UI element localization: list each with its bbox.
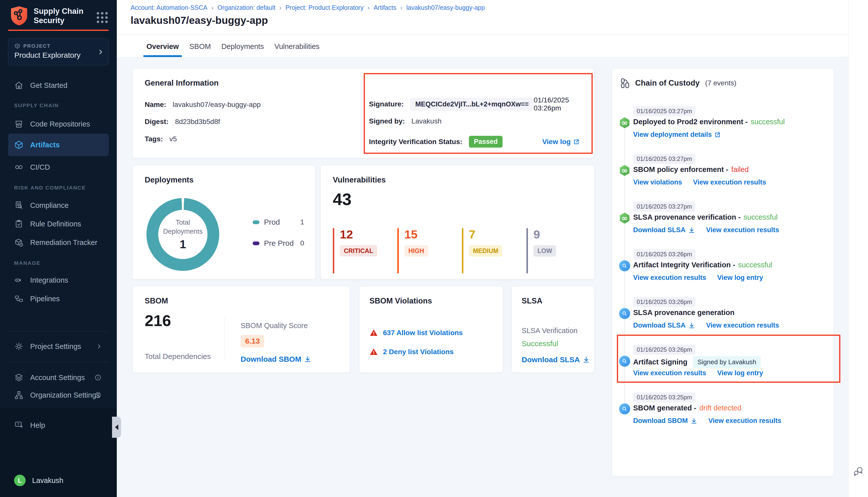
view-log-link[interactable]: View log [542,138,580,146]
sidebar-item-artifacts[interactable]: Artifacts [8,133,109,156]
download-slsa-link[interactable]: Download SLSA [633,226,695,234]
sidebar-footer: ? Help L Lavakush [0,408,117,497]
view-execution-results-link[interactable]: View execution results [633,274,706,282]
tab-vulnerabilities[interactable]: Vulnerabilities [271,38,322,57]
event-count: (7 events) [705,79,737,87]
coc-event-slsa-verification: 01/16/2025 03:27pm ∞ SLSA provenance ver… [612,201,834,249]
signed-by-row: Signed by: Lavakush [369,117,580,125]
sidebar-item-project-settings[interactable]: Project Settings [8,339,109,353]
sidebar-item-help[interactable]: ? Help [8,418,109,432]
download-slsa-link[interactable]: Download SLSA [633,322,695,329]
sidebar-item-label: Integrations [30,276,68,284]
coc-event-sbom-policy: 01/16/2025 03:27pm ∞ SBOM policy enforce… [612,154,834,201]
sidebar-item-cicd[interactable]: CI/CD [8,160,109,174]
event-status: successful [738,261,772,269]
cube-tag-icon [14,238,24,247]
tab-deployments[interactable]: Deployments [218,38,267,57]
legend-item-prod: Prod 1 [253,218,304,227]
breadcrumb-organization[interactable]: Organization: default [218,4,276,11]
view-log-entry-link[interactable]: View log entry [717,274,763,282]
breadcrumb-artifacts[interactable]: Artifacts [374,4,396,11]
signature-value[interactable]: MEQCICde2VjIT...bL+2+mqnOXw== [410,98,534,111]
search-icon [621,311,628,316]
external-link-icon [714,131,721,138]
quality-score-value: 6.13 [241,335,264,347]
chat-icon[interactable] [852,466,865,478]
chevron-right-icon [98,48,103,56]
download-slsa-link[interactable]: Download SLSA [522,355,590,364]
view-execution-results-link[interactable]: View execution results [706,322,779,329]
severity-count: 15 [404,228,448,241]
sbom-total-label: Total Dependencies [145,352,211,361]
event-timestamp: 01/16/2025 03:26pm [633,249,696,259]
event-timestamp: 01/16/2025 03:26pm [633,345,696,355]
view-deployment-details-link[interactable]: View deployment details [633,131,721,139]
tab-overview[interactable]: Overview [143,38,182,57]
severity-badge: MEDIUM [469,245,502,257]
event-status: failed [731,166,749,174]
view-execution-results-link[interactable]: View execution results [633,369,706,377]
view-log-entry-link[interactable]: View log entry [717,369,763,377]
event-title: SBOM policy enforcement - [633,166,728,174]
tab-sbom[interactable]: SBOM [186,38,214,57]
avatar: L [14,475,26,486]
severity-badge: HIGH [404,245,428,257]
download-icon [304,355,311,363]
legend-label: Prod [264,218,280,226]
allow-list-violations-link[interactable]: 637 Allow list Violations [383,329,463,337]
breadcrumb: Account: Automation-SSCA› Organization: … [130,4,485,11]
download-sbom-link[interactable]: Download SBOM [241,355,311,364]
warning-icon [369,347,378,356]
breadcrumb-separator: › [211,4,213,11]
card-title: Deployments [145,175,194,184]
breadcrumb-account[interactable]: Account: Automation-SSCA [130,4,208,11]
coc-event-slsa-generation: 01/16/2025 03:26pm SLSA provenance gener… [612,297,834,345]
app-switcher-grid-icon[interactable] [97,12,108,23]
signature-timestamp: 01/16/2025 03:26pm [534,96,580,112]
layers-icon [14,373,24,382]
app-title: Supply ChainSecurity [34,6,83,25]
sidebar-item-label: Pipelines [30,295,60,303]
severity-low: 9 LOW [527,228,577,273]
user-menu[interactable]: L Lavakush [8,473,109,487]
event-title: SLSA provenance verification - [633,213,741,222]
project-selector[interactable]: PROJECT Product Exploratory [8,38,109,65]
field-digest: Digest: 8d23bd3b5d8f [145,118,220,126]
sidebar-item-rule-definitions[interactable]: Rule Definitions [8,217,109,231]
view-execution-results-link[interactable]: View execution results [706,226,779,234]
deployments-legend: Prod 1 Pre Prod 0 [253,218,304,248]
view-execution-results-link[interactable]: View execution results [709,417,782,425]
download-sbom-link[interactable]: Download SBOM [633,417,698,425]
breadcrumb-current[interactable]: lavakush07/easy-buggy-app [406,4,485,11]
sidebar-item-get-started[interactable]: Get Started [8,78,109,93]
download-icon [688,322,695,329]
sidebar-collapse-handle[interactable] [112,417,121,438]
info-icon [94,391,102,399]
cube-icon [14,140,24,150]
vulnerabilities-card: Vulnerabilities 43 12 CRITICAL 15 HIGH 7… [321,165,594,279]
deny-list-violations-row: 2 Deny list Violations [369,347,463,356]
sidebar-item-account-settings[interactable]: Account Settings [8,370,109,385]
code-repo-icon [14,119,24,129]
sidebar-item-code-repositories[interactable]: Code Repositories [8,117,109,131]
breadcrumb-project[interactable]: Project: Product Exploratory [285,4,363,11]
sidebar-section-manage: MANAGE [14,260,40,266]
deployments-card: Deployments Total Deployments 1 Prod 1 P… [132,165,316,279]
sidebar-item-organization-settings[interactable]: Organization Settings [8,388,109,402]
view-execution-results-link[interactable]: View execution results [693,179,766,186]
chain-icon [620,77,631,89]
slsa-verification-label: SLSA Verification [522,327,590,335]
integrity-row: Integrity Verification Status: Passed Vi… [369,136,580,147]
view-violations-link[interactable]: View violations [633,179,682,186]
sidebar-item-remediation-tracker[interactable]: Remediation Tracker [8,236,109,250]
deny-list-violations-link[interactable]: 2 Deny list Violations [383,348,453,356]
coc-event-deployed: 01/16/2025 03:27pm ∞ Deployed to Prod2 e… [612,106,834,154]
sidebar-item-pipelines[interactable]: Pipelines [8,292,109,306]
event-title: SBOM generated - [633,404,696,412]
event-title: Deployed to Prod2 environment - [633,118,748,126]
scan-event-icon [619,308,630,319]
sidebar-item-integrations[interactable]: Integrations [8,273,109,287]
general-information-card: General Information Name: lavakush07/eas… [132,68,594,158]
event-timestamp: 01/16/2025 03:27pm [633,154,696,164]
sidebar-item-compliance[interactable]: Compliance [8,198,109,212]
